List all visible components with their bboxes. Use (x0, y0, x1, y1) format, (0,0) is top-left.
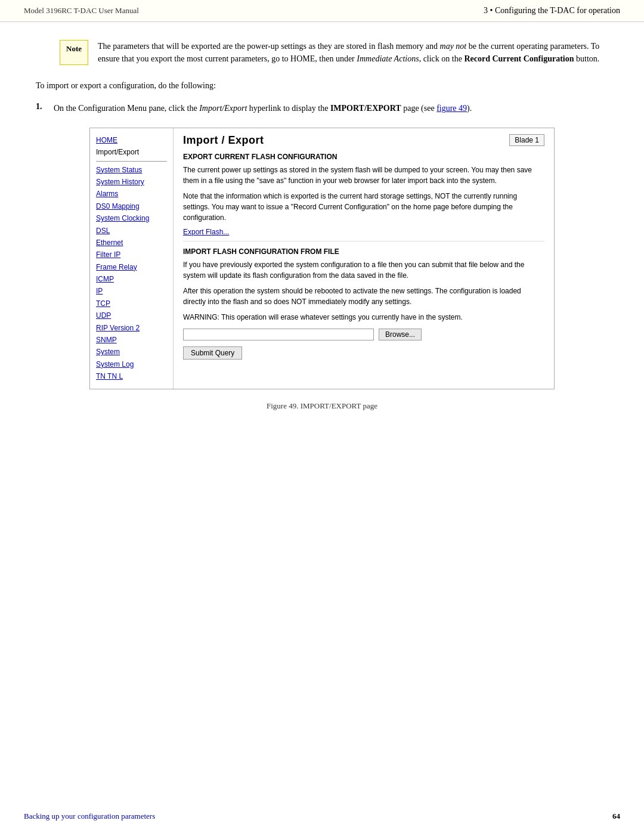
step-1-text: On the Configuration Menu pane, click th… (54, 102, 472, 115)
import-para1: If you have previously exported the syst… (183, 259, 544, 281)
sidebar-item-framerelay[interactable]: Frame Relay (96, 261, 167, 273)
header-right: 3 • Configuring the T-DAC for operation (484, 6, 620, 16)
section-divider (183, 241, 544, 241)
header-chapter-title: Configuring the T-DAC for operation (495, 6, 620, 15)
ui-screenshot: HOME Import/Export System Status System … (89, 128, 555, 389)
note-box: Note The parameters that will be exporte… (60, 40, 608, 65)
header-chapter-prefix: 3 • (484, 6, 495, 15)
intro-text: To import or export a configuration, do … (36, 79, 608, 92)
sidebar-item-icmp[interactable]: ICMP (96, 273, 167, 285)
ui-layout: HOME Import/Export System Status System … (90, 128, 554, 389)
submit-query-button[interactable]: Submit Query (183, 346, 242, 360)
sidebar-item-ripversion2[interactable]: RIP Version 2 (96, 322, 167, 334)
export-para1: The current power up settings as stored … (183, 165, 544, 186)
sidebar-item-tntnl[interactable]: TN TN L (96, 370, 167, 382)
sidebar-divider-1 (96, 161, 167, 162)
figure-caption: Figure 49. IMPORT/EXPORT page (36, 401, 608, 411)
page-footer: Backing up your configuration parameters… (0, 812, 644, 821)
sidebar-item-udp[interactable]: UDP (96, 309, 167, 321)
sidebar-item-filterip[interactable]: Filter IP (96, 249, 167, 261)
note-text: The parameters that will be exported are… (98, 40, 608, 65)
file-input-box[interactable] (183, 329, 374, 340)
import-para3: WARNING: This operation will erase whate… (183, 312, 544, 323)
page-header: Model 3196RC T-DAC User Manual 3 • Confi… (0, 0, 644, 22)
sidebar-item-tcp[interactable]: TCP (96, 298, 167, 309)
ui-sidebar: HOME Import/Export System Status System … (90, 128, 174, 389)
sidebar-item-systemclocking[interactable]: System Clocking (96, 212, 167, 224)
submit-row: Submit Query (183, 346, 544, 360)
note-label: Note (60, 40, 88, 65)
sidebar-item-dsl[interactable]: DSL (96, 225, 167, 237)
sidebar-item-systemhistory[interactable]: System History (96, 176, 167, 188)
step-1: 1. On the Configuration Menu pane, click… (36, 102, 608, 115)
sidebar-item-system[interactable]: System (96, 346, 167, 358)
ui-page-title: Import / Export (183, 134, 264, 147)
ui-main-panel: Import / Export Blade 1 Export Current F… (174, 128, 554, 389)
sidebar-item-snmp[interactable]: SNMP (96, 334, 167, 346)
sidebar-item-ip[interactable]: IP (96, 285, 167, 297)
sidebar-item-ethernet[interactable]: Ethernet (96, 237, 167, 249)
export-section-title: Export Current Flash Configuration (183, 153, 544, 161)
import-para2: After this operation the system should b… (183, 286, 544, 307)
import-section-title: Import Flash Configuration From File (183, 247, 544, 256)
sidebar-item-systemstatus[interactable]: System Status (96, 164, 167, 176)
blade-badge: Blade 1 (509, 134, 544, 146)
header-left: Model 3196RC T-DAC User Manual (24, 6, 139, 16)
sidebar-item-home[interactable]: HOME (96, 134, 167, 146)
step-1-number: 1. (36, 102, 48, 115)
footer-page-number: 64 (612, 812, 620, 821)
file-input-row: Browse... (183, 329, 544, 340)
sidebar-item-importexport[interactable]: Import/Export (96, 146, 167, 158)
page-content: Note The parameters that will be exporte… (0, 22, 644, 447)
ui-header-row: Import / Export Blade 1 (183, 134, 544, 147)
browse-button[interactable]: Browse... (379, 329, 422, 340)
sidebar-item-systemlog[interactable]: System Log (96, 358, 167, 370)
export-para2: Note that the information which is expor… (183, 191, 544, 223)
sidebar-item-ds0mapping[interactable]: DS0 Mapping (96, 200, 167, 212)
footer-left: Backing up your configuration parameters (24, 812, 155, 821)
figure-link[interactable]: figure 49 (436, 104, 467, 113)
export-flash-link[interactable]: Export Flash... (183, 228, 229, 236)
sidebar-item-alarms[interactable]: Alarms (96, 188, 167, 200)
